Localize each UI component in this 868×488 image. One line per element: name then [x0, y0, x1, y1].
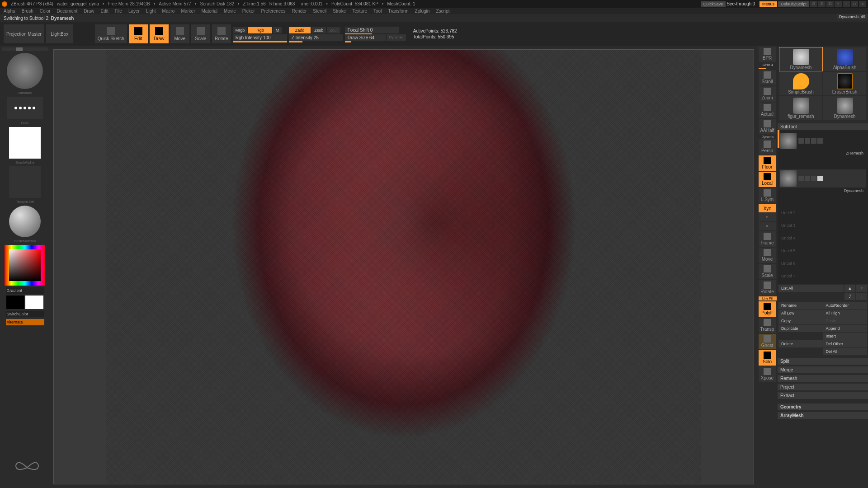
color-picker[interactable]	[5, 245, 45, 286]
menu-layer[interactable]: Layer	[128, 9, 140, 14]
local-button[interactable]: Local	[759, 172, 776, 187]
split-header[interactable]: Split	[778, 358, 868, 365]
menu-marker[interactable]: Marker	[181, 9, 195, 14]
scale-button[interactable]: Scale	[191, 24, 210, 43]
menu-zscript[interactable]: Zscript	[436, 9, 449, 14]
solo-button[interactable]: Solo	[759, 350, 776, 366]
tool-dynamesh2[interactable]: Dynamesh	[823, 96, 866, 120]
all-high-button[interactable]: All High	[823, 310, 868, 317]
menu-zplugin[interactable]: Zplugin	[415, 9, 430, 14]
focal-shift-slider[interactable]: Focal Shift 0	[345, 27, 399, 33]
move-nav-button[interactable]: Move	[759, 248, 776, 263]
menu-light[interactable]: Light	[146, 9, 156, 14]
menu-texture[interactable]: Texture	[352, 9, 367, 14]
maximize-icon[interactable]: □	[851, 1, 858, 7]
menu-draw[interactable]: Draw	[84, 9, 94, 14]
menu-color[interactable]: Color	[40, 9, 51, 14]
switch-color-button[interactable]: SwitchColor	[6, 311, 44, 317]
projection-master-button[interactable]: Projection Master	[4, 24, 44, 43]
menu-file[interactable]: File	[115, 9, 122, 14]
menu-document[interactable]: Document	[57, 9, 78, 14]
dynamic-label[interactable]: Dynamic	[759, 135, 777, 138]
append-button[interactable]: Append	[823, 325, 868, 332]
remesh-header[interactable]: Remesh	[778, 375, 868, 382]
rotate-button[interactable]: Rotate	[212, 24, 231, 43]
polyf-button[interactable]: PolyF	[759, 301, 776, 317]
xpose-button[interactable]: Xpose	[759, 366, 776, 382]
menu-picker[interactable]: Picker	[242, 9, 255, 14]
linefill-label[interactable]: Line Fill	[759, 296, 777, 300]
menu-material[interactable]: Material	[202, 9, 218, 14]
seethrough-label[interactable]: See-through	[726, 1, 751, 6]
delete-button[interactable]: Delete	[778, 340, 823, 347]
move-up-icon[interactable]: ⤴	[844, 293, 855, 300]
default-zscript[interactable]: DefaultZScript	[778, 1, 809, 7]
history-scrubber[interactable]	[16, 47, 23, 51]
menu-alpha[interactable]: Alpha	[4, 9, 15, 14]
aahalf-button[interactable]: AAHalf	[759, 119, 776, 134]
ghost-button[interactable]: Ghost	[759, 334, 776, 349]
paste-button[interactable]: Paste	[823, 317, 868, 324]
menu-stencil[interactable]: Stencil	[313, 9, 326, 14]
sculpt-model[interactable]	[106, 50, 701, 484]
close-icon[interactable]: ×	[859, 1, 866, 7]
rename-button[interactable]: Rename	[778, 302, 823, 309]
menu-edit[interactable]: Edit	[101, 9, 108, 14]
rotate-nav-button[interactable]: Rotate	[759, 280, 776, 296]
menus-button[interactable]: Menus	[760, 1, 777, 7]
canvas-viewport[interactable]	[53, 49, 754, 484]
bpr-button[interactable]: BPR	[759, 47, 776, 62]
xyz-button[interactable]: Xyz	[759, 204, 776, 212]
autoreorder-button[interactable]: AutoReorder	[823, 302, 868, 309]
layout2-icon[interactable]: ⊟	[818, 1, 826, 7]
scale-nav-button[interactable]: Scale	[759, 264, 776, 279]
primary-color[interactable]	[25, 296, 43, 309]
extract-header[interactable]: Extract	[778, 392, 868, 399]
fit-button[interactable]: ⊕	[759, 222, 776, 230]
dynamic-button[interactable]: Dynamic	[387, 34, 406, 41]
del-all-button[interactable]: Del All	[823, 348, 868, 355]
tool-alphabrush[interactable]: AlphaBrush	[823, 47, 866, 71]
tool-dynamesh[interactable]: Dynamesh	[779, 47, 822, 71]
alternate-button[interactable]: Alternate	[6, 319, 44, 325]
menu-movie[interactable]: Movie	[224, 9, 236, 14]
lightbox-button[interactable]: LightBox	[46, 24, 73, 43]
geometry-header[interactable]: Geometry	[778, 404, 868, 410]
frame-button[interactable]: Frame	[759, 231, 776, 247]
tool-simplebrush[interactable]: SimpleBrush	[779, 72, 822, 95]
subtool-dynamesh[interactable]	[779, 169, 866, 188]
menu-macro[interactable]: Macro	[162, 9, 175, 14]
layout3-icon[interactable]: ⊡	[826, 1, 834, 7]
all-low-button[interactable]: All Low	[778, 310, 823, 317]
floor-button[interactable]: Floor	[759, 155, 776, 171]
del-other-button[interactable]: Del Other	[823, 340, 868, 347]
help-icon[interactable]: ?	[835, 1, 842, 7]
quick-sketch-button[interactable]: Quick Sketch	[95, 24, 127, 43]
m-button[interactable]: M	[273, 27, 282, 33]
spix-label[interactable]: SPix 3	[759, 63, 777, 67]
zsub-button[interactable]: Zsub	[311, 27, 326, 33]
tool-eraserbrush[interactable]: EraserBrush	[823, 72, 866, 95]
secondary-color[interactable]	[6, 296, 24, 309]
duplicate-button[interactable]: Duplicate	[778, 325, 823, 332]
layout-icon[interactable]: ⊞	[810, 1, 817, 7]
arrow-down-icon[interactable]: ▼	[856, 285, 867, 292]
menu-tool[interactable]: Tool	[373, 9, 382, 14]
actual-button[interactable]: Actual	[759, 103, 776, 118]
persp-button[interactable]: Persp	[759, 139, 776, 155]
subtool-scrollbar[interactable]	[778, 130, 779, 148]
menu-brush[interactable]: Brush	[22, 9, 33, 14]
edit-button[interactable]: Edit	[129, 24, 148, 43]
quicksave-button[interactable]: QuickSave	[701, 1, 726, 7]
zoom-button[interactable]: Zoom	[759, 86, 776, 102]
stroke-preview[interactable]	[7, 97, 43, 119]
menu-preferences[interactable]: Preferences	[261, 9, 286, 14]
lsym-button[interactable]: L.Sym	[759, 188, 776, 203]
transp-button[interactable]: Transp	[759, 318, 776, 333]
menu-render[interactable]: Render	[292, 9, 307, 14]
list-all-button[interactable]: List All	[778, 285, 844, 292]
tool-figur-remesh[interactable]: figur_remesh	[779, 96, 822, 120]
project-header[interactable]: Project	[778, 384, 868, 390]
subtool-header[interactable]: SubTool	[778, 123, 868, 130]
rgb-button[interactable]: Rgb	[248, 27, 272, 33]
